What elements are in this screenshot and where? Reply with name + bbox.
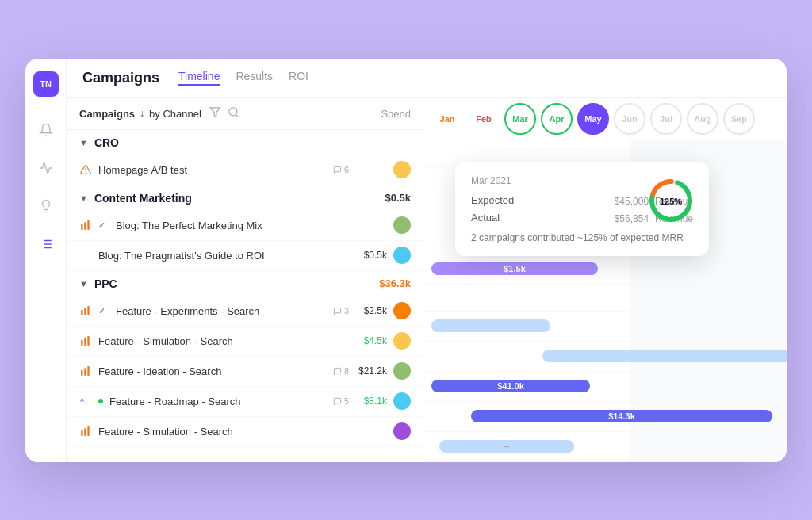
campaign-table: ▼ CRO Homepage A/B test 6 [67, 130, 423, 462]
tab-results[interactable]: Results [236, 70, 273, 86]
month-sep[interactable]: Sep [723, 103, 755, 135]
timeline-row [423, 342, 787, 372]
svg-rect-26 [81, 430, 82, 436]
avatar [393, 216, 411, 234]
row-comments: 3 [333, 306, 349, 315]
table-row[interactable]: Blog: The Pragmatist's Guide to ROI $0.5… [67, 241, 423, 271]
row-name: Blog: The Pragmatist's Guide to ROI [98, 250, 349, 262]
tooltip-expected-label: Expected [471, 194, 514, 206]
tooltip-footer: 2 campaigns contributed ~125% of expecte… [471, 232, 693, 243]
month-feb[interactable]: Feb [468, 103, 500, 135]
check-icon: ✓ [98, 306, 109, 316]
status-dot [98, 399, 103, 403]
svg-rect-14 [84, 223, 86, 230]
group-header-ppc[interactable]: ▼ PPC $36.3k [67, 271, 423, 296]
row-spend: $0.5k [355, 250, 387, 261]
row-comments: 5 [333, 396, 349, 406]
month-jan[interactable]: Jan [431, 103, 463, 135]
month-mar[interactable]: Mar [504, 103, 536, 135]
group-name-ppc: PPC [94, 277, 117, 290]
row-comments: 6 [333, 165, 349, 174]
svg-text:A: A [80, 396, 85, 403]
avatar [393, 422, 411, 440]
filter-icon[interactable] [209, 106, 221, 121]
timeline-row: – [423, 432, 787, 462]
app-logo: TN [33, 71, 59, 97]
subheader-channel: by Channel [149, 108, 201, 120]
month-apr[interactable]: Apr [541, 103, 573, 135]
sidebar-icon-chart[interactable] [35, 157, 57, 179]
row-name: Blog: The Perfect Marketing Mix [116, 220, 349, 231]
timeline-bar: $41.0k [431, 380, 590, 392]
barchart-icon [79, 365, 92, 377]
left-panel: Campaigns ↓ by Channel Spend [67, 98, 423, 462]
timeline-bar [431, 319, 550, 332]
row-spend: $4.5k [355, 335, 387, 346]
table-row[interactable]: ✓ Feature - Experiments - Search 3 $2.5k [67, 296, 423, 327]
main-content: Campaigns Timeline Results ROI Campaigns… [67, 59, 787, 462]
row-comments: 8 [333, 366, 349, 376]
barchart-icon [79, 335, 92, 346]
row-name: Feature - Simulation - Search [98, 335, 349, 347]
group-spend-ppc: $36.3k [379, 277, 411, 289]
timeline-row: $14.3k [423, 402, 787, 432]
svg-line-10 [236, 114, 238, 117]
table-row[interactable]: Feature - Simulation - Search [67, 417, 423, 447]
table-row[interactable]: Feature - Simulation - Search $4.5k [67, 327, 423, 357]
tab-timeline[interactable]: Timeline [178, 70, 220, 86]
svg-rect-28 [87, 426, 89, 436]
avatar [393, 392, 411, 410]
timeline-bar: $1.5k [431, 262, 598, 275]
sidebar: TN [25, 59, 67, 462]
group-header-content[interactable]: ▼ Content Marketing $0.5k [67, 185, 423, 211]
avatar [393, 161, 411, 178]
table-row[interactable]: A Feature - Roadmap - Search 5 $8.1k [67, 387, 423, 417]
row-name: Feature - Ideation - Search [98, 365, 327, 377]
svg-rect-20 [84, 338, 86, 346]
header: Campaigns Timeline Results ROI [67, 59, 787, 98]
timeline-bar [542, 350, 787, 362]
group-name-cro: CRO [94, 136, 119, 149]
svg-rect-24 [87, 366, 89, 376]
barchart-icon [79, 305, 92, 316]
subheader-arrow: ↓ [140, 108, 144, 119]
month-header: Jan Feb Mar Apr May Jun Jul Aug Sep [423, 98, 787, 140]
sidebar-icon-bell[interactable] [35, 119, 57, 141]
svg-rect-27 [84, 429, 86, 436]
timeline-row: $41.0k [423, 372, 787, 402]
timeline-bar: $14.3k [471, 410, 772, 422]
spend-label: Spend [381, 108, 411, 120]
right-panel: Jan Feb Mar Apr May Jun Jul Aug Sep [423, 98, 787, 462]
month-may[interactable]: May [577, 103, 609, 135]
tooltip-actual-label: Actual [471, 212, 500, 224]
svg-rect-15 [87, 220, 89, 230]
row-spend: $8.1k [355, 396, 387, 407]
donut-chart: 125% [645, 175, 696, 226]
avatar [393, 362, 411, 380]
table-row[interactable]: Feature - Ideation - Search 8 $21.2k [67, 357, 423, 387]
header-nav: Timeline Results ROI [178, 70, 308, 86]
group-spend-content: $0.5k [385, 192, 411, 204]
svg-rect-23 [84, 369, 86, 376]
svg-rect-16 [81, 310, 82, 315]
avatar [393, 332, 411, 350]
search-icon[interactable] [228, 106, 239, 121]
svg-text:125%: 125% [660, 197, 682, 206]
month-jul[interactable]: Jul [650, 103, 682, 135]
table-row[interactable]: ✓ Blog: The Perfect Marketing Mix [67, 211, 423, 241]
subheader-label: Campaigns [79, 108, 135, 120]
warning-icon [79, 164, 92, 175]
page-title: Campaigns [82, 70, 159, 86]
sidebar-icon-list[interactable] [35, 233, 57, 255]
sidebar-icon-bulb[interactable] [35, 195, 57, 217]
table-row[interactable]: Homepage A/B test 6 [67, 155, 423, 185]
tab-roi[interactable]: ROI [289, 70, 308, 86]
timeline-bar: – [439, 440, 574, 453]
group-header-cro[interactable]: ▼ CRO [67, 130, 423, 155]
month-aug[interactable]: Aug [687, 103, 718, 135]
subheader-filter-icons [209, 106, 239, 121]
subheader: Campaigns ↓ by Channel Spend [67, 98, 423, 130]
row-name: Homepage A/B test [98, 164, 327, 176]
svg-marker-8 [210, 107, 220, 116]
month-jun[interactable]: Jun [614, 103, 645, 135]
